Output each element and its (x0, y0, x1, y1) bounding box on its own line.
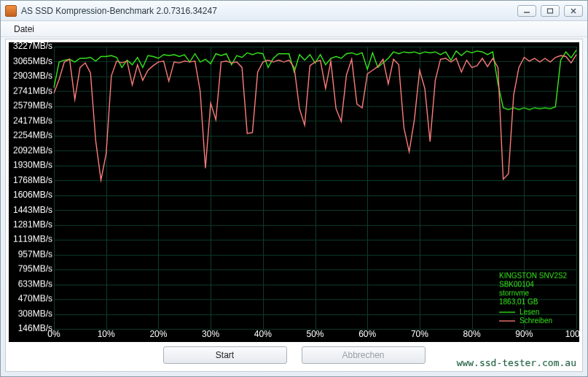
chart-area (9, 42, 579, 342)
window-controls (517, 5, 583, 17)
window-title: AS SSD Kompression-Benchmark 2.0.7316.34… (21, 6, 513, 16)
menu-file[interactable]: Datei (8, 23, 40, 36)
client-area: Start Abbrechen www.ssd-tester.com.au (5, 39, 583, 372)
app-icon (5, 5, 17, 17)
maximize-button[interactable] (541, 5, 560, 17)
close-button[interactable] (564, 5, 583, 17)
title-bar: AS SSD Kompression-Benchmark 2.0.7316.34… (1, 1, 587, 21)
maximize-icon (546, 8, 554, 14)
abort-button: Abbrechen (302, 346, 426, 364)
start-button[interactable]: Start (163, 346, 287, 364)
close-icon (570, 8, 577, 14)
app-window: AS SSD Kompression-Benchmark 2.0.7316.34… (0, 0, 588, 377)
svg-rect-1 (548, 9, 553, 13)
button-row: Start Abbrechen (6, 346, 582, 367)
minimize-icon (523, 8, 530, 14)
minimize-button[interactable] (517, 5, 536, 17)
benchmark-chart (9, 42, 579, 342)
menu-bar: Datei (1, 21, 587, 37)
